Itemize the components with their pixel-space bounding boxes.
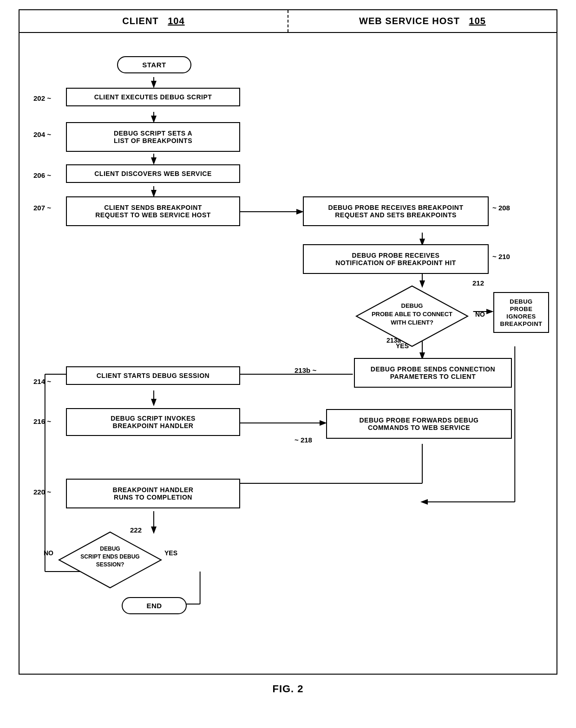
svg-text:WITH CLIENT?: WITH CLIENT?	[391, 319, 433, 326]
label-213b: 213b ~	[295, 366, 316, 374]
label-212: 212	[472, 279, 484, 287]
webservice-label: WEB SERVICE HOST	[359, 16, 460, 26]
webservice-number: 105	[469, 16, 486, 26]
label-208: ~ 208	[492, 204, 510, 212]
header-row: CLIENT 104 WEB SERVICE HOST 105	[20, 10, 556, 33]
end-node: END	[122, 597, 187, 614]
node-222-diamond: DEBUG SCRIPT ENDS DEBUG SESSION? 222 YES…	[57, 530, 164, 590]
node-207: CLIENT SENDS BREAKPOINT REQUEST TO WEB S…	[66, 196, 240, 226]
node-214: CLIENT STARTS DEBUG SESSION	[66, 366, 240, 385]
no-label-222: NO	[44, 549, 53, 557]
label-204: 204 ~	[33, 130, 51, 138]
node-204: DEBUG SCRIPT SETS A LIST OF BREAKPOINTS	[66, 122, 240, 152]
label-216: 216 ~	[33, 417, 51, 425]
node-220: BREAKPOINT HANDLER RUNS TO COMPLETION	[66, 479, 240, 508]
node-202: CLIENT EXECUTES DEBUG SCRIPT	[66, 88, 240, 106]
figure-caption: FIG. 2	[272, 683, 303, 695]
svg-text:PROBE ABLE TO CONNECT: PROBE ABLE TO CONNECT	[372, 311, 452, 318]
svg-text:SCRIPT ENDS DEBUG: SCRIPT ENDS DEBUG	[80, 553, 139, 560]
label-213a: 213a	[386, 337, 401, 344]
node-206: CLIENT DISCOVERS WEB SERVICE	[66, 164, 240, 183]
label-206: 206 ~	[33, 171, 51, 179]
node-213a: DEBUG PROBE IGNORES BREAKPOINT	[493, 292, 549, 333]
client-label: CLIENT	[122, 16, 158, 26]
label-218: ~ 218	[295, 436, 312, 444]
node-218: DEBUG PROBE FORWARDS DEBUG COMMANDS TO W…	[326, 409, 512, 439]
label-222: 222	[130, 526, 142, 534]
label-214: 214 ~	[33, 377, 51, 385]
svg-text:DEBUG: DEBUG	[100, 546, 120, 552]
diagram-container: CLIENT 104 WEB SERVICE HOST 105	[19, 9, 557, 675]
right-column: ~ 208 DEBUG PROBE RECEIVES BREAKPOINT RE…	[289, 33, 558, 674]
content-area: START 202 ~ CLIENT EXECUTES DEBUG SCRIPT…	[20, 33, 556, 674]
svg-text:DEBUG: DEBUG	[401, 302, 423, 309]
svg-marker-22	[59, 532, 161, 588]
client-number: 104	[168, 16, 184, 26]
node-208: DEBUG PROBE RECEIVES BREAKPOINT REQUEST …	[303, 196, 489, 226]
no-label-212: NO	[475, 311, 485, 318]
label-202: 202 ~	[33, 94, 51, 102]
node-216: DEBUG SCRIPT INVOKES BREAKPOINT HANDLER	[66, 408, 240, 436]
left-column: START 202 ~ CLIENT EXECUTES DEBUG SCRIPT…	[20, 33, 289, 674]
start-node: START	[117, 56, 191, 73]
yes-label-222: YES	[164, 549, 177, 557]
label-220: 220 ~	[33, 488, 51, 496]
node-210: DEBUG PROBE RECEIVES NOTIFICATION OF BRE…	[303, 244, 489, 274]
header-webservice: WEB SERVICE HOST 105	[288, 10, 556, 32]
label-210: ~ 210	[492, 253, 510, 260]
header-client: CLIENT 104	[20, 10, 288, 32]
svg-text:SESSION?: SESSION?	[96, 561, 124, 568]
node-213b: DEBUG PROBE SENDS CONNECTION PARAMETERS …	[354, 358, 512, 388]
node-212-diamond: DEBUG PROBE ABLE TO CONNECT WITH CLIENT?…	[354, 284, 470, 349]
label-207: 207 ~	[33, 204, 51, 212]
